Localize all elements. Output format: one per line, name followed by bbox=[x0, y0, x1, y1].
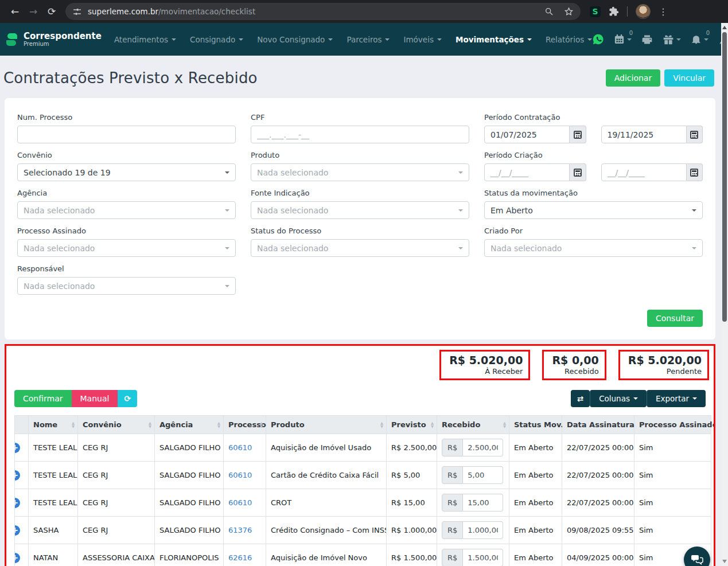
menu-movimentacoes[interactable]: Movimentações bbox=[456, 35, 532, 44]
notifications-menu[interactable]: 0 bbox=[691, 34, 708, 45]
manual-button[interactable]: Manual bbox=[72, 390, 118, 407]
calendar-addon-button[interactable] bbox=[687, 126, 703, 143]
adicionar-button[interactable]: Adicionar bbox=[606, 69, 660, 87]
processo-link[interactable]: 60610 bbox=[228, 471, 252, 479]
menu-atendimentos[interactable]: Atendimentos bbox=[114, 35, 176, 44]
menu-parceiros[interactable]: Parceiros bbox=[347, 35, 390, 44]
expand-row-icon[interactable]: + bbox=[15, 470, 21, 481]
expand-row-icon[interactable]: + bbox=[15, 553, 21, 563]
produto-select[interactable]: Nada selecionado bbox=[251, 163, 469, 181]
agencia-select[interactable]: Nada selecionado bbox=[17, 201, 236, 219]
url-bar[interactable]: superleme.com.br/movimentacao/checklist bbox=[65, 3, 581, 20]
status-processo-select[interactable]: Nada selecionado bbox=[251, 239, 469, 257]
th-nome[interactable]: Nome▲▼ bbox=[29, 416, 78, 434]
recebido-input[interactable] bbox=[463, 549, 503, 566]
processo-link[interactable]: 60610 bbox=[228, 443, 252, 452]
processo-link[interactable]: 61376 bbox=[228, 526, 252, 534]
cell-produto: Aquisição de Imóvel Usado bbox=[266, 434, 387, 462]
extensions-puzzle-icon[interactable] bbox=[609, 6, 619, 17]
scroll-up-icon[interactable] bbox=[722, 26, 727, 29]
expand-row-icon[interactable]: + bbox=[15, 525, 21, 536]
recebido-input-group: R$ bbox=[442, 466, 503, 484]
fonte-indicacao-select[interactable]: Nada selecionado bbox=[251, 201, 469, 219]
recebido-input[interactable] bbox=[463, 494, 503, 512]
sort-icon: ▲▼ bbox=[260, 421, 263, 428]
cell-agencia: FLORIANOPOLIS bbox=[155, 544, 224, 566]
chrome-menu-icon[interactable]: ⋮ bbox=[659, 6, 668, 17]
processo-assinado-select[interactable]: Nada selecionado bbox=[17, 239, 236, 257]
whatsapp-button[interactable] bbox=[592, 33, 604, 45]
num-processo-input[interactable] bbox=[17, 126, 236, 143]
chevron-down-icon bbox=[627, 38, 632, 41]
menu-novo-consignado[interactable]: Novo Consignado bbox=[257, 35, 333, 44]
select-value: Nada selecionado bbox=[257, 244, 458, 253]
site-info-icon[interactable] bbox=[72, 7, 82, 17]
currency-addon: R$ bbox=[442, 549, 463, 566]
th-agencia[interactable]: Agência▲▼ bbox=[155, 416, 224, 434]
th-produto[interactable]: Produto▲▼ bbox=[266, 416, 387, 434]
th-convenio[interactable]: Convênio▲▼ bbox=[78, 416, 155, 434]
status-movimentacao-label: Status da movimentação bbox=[484, 189, 703, 197]
calendar-addon-button[interactable] bbox=[570, 126, 586, 143]
profile-avatar[interactable] bbox=[636, 4, 651, 19]
cell-data-assinatura: 09/08/2025 09:55 bbox=[562, 517, 634, 544]
recebido-input[interactable] bbox=[463, 521, 503, 539]
cell-produto: Aquisição de Imóvel Novo bbox=[266, 544, 387, 566]
contratacao-to-input[interactable] bbox=[601, 126, 687, 143]
consultar-button[interactable]: Consultar bbox=[647, 310, 703, 327]
expand-row-icon[interactable]: + bbox=[15, 498, 21, 508]
calendar-addon-button[interactable] bbox=[687, 163, 703, 181]
recebido-input[interactable] bbox=[463, 439, 503, 456]
cell-previsto: R$ 5,00 bbox=[387, 462, 437, 489]
th-previsto[interactable]: Previsto▲▼ bbox=[387, 416, 437, 434]
reload-icon[interactable]: ⟳ bbox=[42, 6, 61, 17]
criado-por-select[interactable]: Nada selecionado bbox=[484, 239, 703, 257]
colunas-dropdown[interactable]: Colunas bbox=[590, 390, 647, 407]
cell-status: Em Aberto bbox=[509, 517, 562, 544]
vincular-button[interactable]: Vincular bbox=[664, 69, 714, 87]
th-processo-assinado[interactable]: Processo Assinado bbox=[634, 416, 711, 434]
fonte-indicacao-label: Fonte Indicação bbox=[251, 189, 469, 197]
th-recebido[interactable]: Recebido▲▼ bbox=[437, 416, 509, 434]
gift-menu[interactable] bbox=[663, 34, 681, 45]
processo-link[interactable]: 62616 bbox=[228, 553, 252, 562]
expand-row-icon[interactable]: + bbox=[15, 443, 21, 453]
print-button[interactable] bbox=[641, 34, 653, 45]
superleme-extension-icon[interactable]: S bbox=[590, 6, 601, 17]
calendar-addon-button[interactable] bbox=[570, 163, 586, 181]
processo-link[interactable]: 60610 bbox=[228, 498, 252, 507]
recebido-input[interactable] bbox=[463, 466, 503, 484]
periodo-contratacao-label: Período Contratação bbox=[484, 113, 703, 122]
responsavel-select[interactable]: Nada selecionado bbox=[17, 277, 236, 295]
bookmark-star-icon[interactable] bbox=[564, 7, 574, 17]
search-icon[interactable] bbox=[544, 7, 554, 16]
reload-table-button[interactable]: ⇄ bbox=[571, 390, 590, 407]
summary-pendente: R$ 5.020,00 Pendente bbox=[618, 350, 709, 380]
menu-imoveis[interactable]: Imóveis bbox=[403, 35, 441, 44]
scroll-down-icon[interactable] bbox=[722, 560, 727, 563]
menu-consignado[interactable]: Consignado bbox=[190, 35, 243, 44]
brand-logo[interactable]: Correspondente Premium bbox=[6, 32, 102, 47]
forward-icon[interactable]: → bbox=[24, 6, 42, 17]
criacao-to-input[interactable] bbox=[601, 163, 687, 181]
filter-processo-assinado: Processo Assinado Nada selecionado bbox=[17, 227, 236, 257]
confirmar-button[interactable]: Confirmar bbox=[14, 390, 72, 407]
th-status-mov[interactable]: Status Mov. bbox=[509, 416, 562, 434]
scrollbar-thumb[interactable] bbox=[722, 32, 727, 322]
cell-produto: Cartão de Crédito Caixa Fácil bbox=[266, 462, 387, 489]
menu-relatorios[interactable]: Relatórios bbox=[546, 35, 592, 44]
calendar-menu[interactable]: 0 bbox=[614, 34, 632, 45]
refresh-button[interactable]: ⟳ bbox=[118, 390, 137, 407]
contratacao-from-input[interactable] bbox=[484, 126, 570, 143]
th-processo[interactable]: Processo▲▼ bbox=[224, 416, 266, 434]
exportar-dropdown[interactable]: Exportar bbox=[647, 390, 706, 407]
convenio-select[interactable]: Selecionado 19 de 19 bbox=[17, 163, 236, 181]
cell-assinado: Sim bbox=[634, 517, 711, 544]
status-movimentacao-select[interactable]: Em Aberto bbox=[484, 201, 703, 219]
th-data-assinatura[interactable]: Data Assinatura bbox=[562, 416, 634, 434]
criacao-from-input[interactable] bbox=[484, 163, 570, 181]
produto-label: Produto bbox=[251, 151, 469, 159]
browser-scrollbar[interactable] bbox=[721, 23, 728, 566]
cpf-input[interactable] bbox=[251, 126, 469, 143]
back-icon[interactable]: ← bbox=[6, 6, 24, 17]
